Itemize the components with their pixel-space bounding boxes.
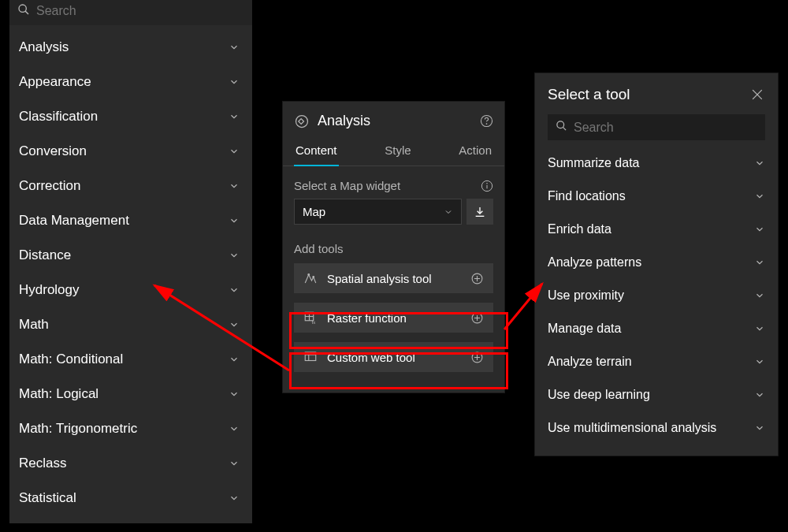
sidebar-item[interactable]: Math: Conditional (13, 342, 249, 377)
search-icon (17, 3, 30, 19)
sidebar-item[interactable]: Math (13, 307, 249, 342)
chevron-down-icon (229, 250, 240, 261)
tool-category-label: Enrich data (548, 222, 611, 236)
tool-category-item[interactable]: Analyze terrain (535, 345, 778, 378)
sidebar-item-label: Math (19, 317, 49, 333)
sidebar-item-label: Math: Logical (19, 386, 98, 402)
svg-point-9 (313, 277, 314, 278)
plus-circle-icon (470, 272, 484, 285)
help-icon[interactable] (480, 114, 493, 128)
sidebar-item[interactable]: Conversion (13, 134, 249, 169)
svg-point-28 (557, 121, 564, 128)
add-tools-label: Add tools (283, 225, 504, 263)
tool-category-label: Use deep learning (548, 388, 650, 402)
sidebar-item-label: Analysis (19, 39, 69, 55)
tab-content[interactable]: Content (294, 137, 339, 166)
import-map-button[interactable] (466, 199, 493, 225)
chevron-down-icon (229, 180, 240, 192)
plus-circle-icon (470, 351, 484, 364)
select-tool-title: Select a tool (548, 86, 630, 103)
sidebar-item[interactable]: Data Management (13, 203, 249, 238)
map-select-row: Map (283, 199, 504, 225)
svg-point-4 (486, 124, 487, 125)
add-custom-web-tool-button[interactable]: Custom web tool (294, 342, 493, 372)
svg-text:fx: fx (312, 320, 316, 325)
chevron-down-icon (754, 158, 765, 169)
chevron-down-icon (229, 458, 240, 469)
sidebar-item-label: Hydrology (19, 282, 80, 298)
chevron-down-icon (754, 191, 765, 202)
sidebar-item[interactable]: Classification (13, 99, 249, 134)
chevron-down-icon (754, 356, 765, 367)
raster-categories-panel: AnalysisAppearanceClassificationConversi… (9, 0, 252, 523)
sidebar-item-label: Data Management (19, 213, 129, 229)
analysis-header: Analysis (283, 102, 504, 137)
tool-category-item[interactable]: Find locations (535, 180, 778, 213)
select-map-label: Select a Map widget (294, 179, 400, 192)
sidebar-item[interactable]: Math: Trigonometric (13, 411, 249, 446)
tool-category-item[interactable]: Use proximity (535, 279, 778, 312)
tool-category-label: Use proximity (548, 288, 624, 303)
tool-category-label: Find locations (548, 189, 626, 203)
tool-category-label: Analyze patterns (548, 255, 641, 270)
tool-category-label: Use multidimensional analysis (548, 421, 716, 435)
chevron-down-icon (754, 257, 765, 268)
tool-category-item[interactable]: Summarize data (535, 147, 778, 180)
sidebar-item[interactable]: Correction (13, 169, 249, 203)
close-icon[interactable] (749, 87, 765, 102)
chevron-down-icon (229, 354, 240, 365)
raster-function-icon: fx (303, 311, 318, 325)
chevron-down-icon (229, 76, 240, 87)
sidebar-item-label: Math: Conditional (19, 352, 123, 367)
add-raster-function-button[interactable]: fx Raster function (294, 303, 493, 333)
tool-category-item[interactable]: Manage data (535, 312, 778, 345)
sidebar-item[interactable]: Distance (13, 238, 249, 273)
tool-category-item[interactable]: Use multidimensional analysis (535, 411, 778, 445)
add-spatial-analysis-button[interactable]: Spatial analysis tool (294, 263, 493, 293)
svg-line-1 (25, 11, 28, 14)
sidebar-item[interactable]: Reclass (13, 446, 249, 481)
search-input[interactable] (36, 4, 244, 18)
custom-web-tool-icon (303, 350, 318, 364)
sidebar-item[interactable]: Analysis (13, 30, 249, 65)
sidebar-item-label: Correction (19, 178, 80, 194)
chevron-down-icon (754, 389, 765, 400)
tool-category-item[interactable]: Analyze patterns (535, 246, 778, 279)
tool-category-item[interactable]: Enrich data (535, 213, 778, 246)
svg-point-2 (296, 115, 308, 127)
analysis-title: Analysis (318, 113, 472, 129)
info-icon[interactable] (481, 180, 493, 192)
svg-line-29 (563, 127, 566, 130)
chevron-down-icon (754, 422, 765, 433)
chevron-down-icon (229, 146, 240, 157)
sidebar-item[interactable]: Hydrology (13, 273, 249, 307)
search-icon (556, 120, 567, 135)
spatial-analysis-label: Spatial analysis tool (327, 272, 461, 285)
map-widget-value: Map (303, 205, 325, 218)
tool-category-list: Summarize dataFind locationsEnrich dataA… (535, 147, 778, 445)
tool-search-container[interactable] (548, 114, 765, 140)
plus-circle-icon (470, 311, 484, 325)
tool-search-input[interactable] (574, 121, 757, 135)
map-widget-select[interactable]: Map (294, 199, 462, 225)
tool-category-label: Manage data (548, 322, 621, 336)
sidebar-item[interactable]: Appearance (13, 65, 249, 99)
svg-point-8 (308, 274, 310, 276)
svg-point-0 (19, 5, 26, 12)
tool-category-item[interactable]: Use deep learning (535, 378, 778, 411)
analysis-panel: Analysis Content Style Action Select a M… (282, 101, 505, 393)
tab-action[interactable]: Action (457, 137, 493, 166)
chevron-down-icon (229, 319, 240, 330)
search-input-container[interactable] (9, 0, 252, 25)
select-map-label-row: Select a Map widget (283, 166, 504, 199)
tool-category-label: Analyze terrain (548, 355, 632, 369)
chevron-down-icon (229, 285, 240, 296)
sidebar-item-label: Reclass (19, 456, 66, 471)
select-tool-panel: Select a tool Summarize dataFind locatio… (534, 73, 779, 456)
tab-style[interactable]: Style (383, 137, 412, 166)
sidebar-item[interactable]: Statistical (13, 481, 249, 515)
chevron-down-icon (229, 389, 240, 400)
chevron-down-icon (229, 423, 240, 434)
chevron-down-icon (229, 42, 240, 53)
sidebar-item[interactable]: Math: Logical (13, 377, 249, 411)
